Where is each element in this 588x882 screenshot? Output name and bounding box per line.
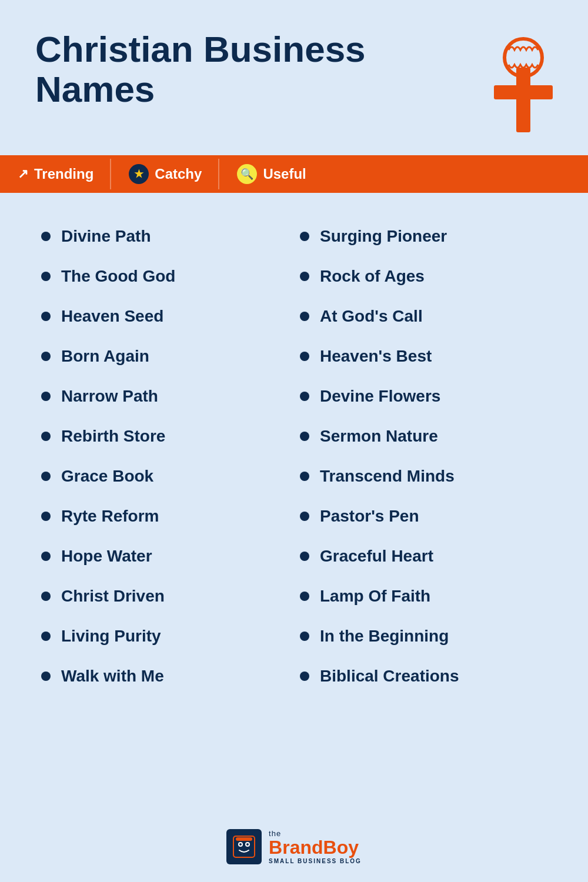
right-column: Surging Pioneer Rock of Ages At God's Ca…: [294, 216, 553, 696]
bullet-icon: [300, 272, 309, 281]
brand-sub-label: SMALL BUSINESS BLOG: [269, 858, 362, 864]
name-text: Graceful Heart: [320, 547, 433, 566]
name-text: Biblical Creations: [320, 667, 459, 686]
list-item: Born Again: [35, 336, 294, 376]
list-item: Devine Flowers: [294, 376, 553, 416]
list-item: Hope Water: [35, 536, 294, 576]
bullet-icon: [300, 632, 309, 641]
trending-icon: ↗: [18, 166, 28, 182]
name-text: Narrow Path: [61, 387, 158, 406]
name-text: Lamp Of Faith: [320, 587, 430, 606]
bullet-icon: [41, 671, 51, 681]
list-item: Grace Book: [35, 456, 294, 496]
svg-point-6: [239, 843, 242, 846]
name-text: Grace Book: [61, 467, 153, 486]
tag-trending[interactable]: ↗ Trending: [0, 155, 111, 193]
name-text: Ryte Reform: [61, 507, 159, 526]
brand-mascot-icon: [226, 829, 262, 864]
name-text: At God's Call: [320, 307, 423, 326]
name-text: Walk with Me: [61, 667, 164, 686]
brand-text: the BrandBoy SMALL BUSINESS BLOG: [269, 829, 362, 864]
tag-catchy-label: Catchy: [155, 166, 202, 182]
names-grid: Divine Path The Good God Heaven Seed Bor…: [35, 216, 553, 696]
list-item: Narrow Path: [35, 376, 294, 416]
bullet-icon: [300, 472, 309, 481]
name-text: Pastor's Pen: [320, 507, 419, 526]
name-text: Divine Path: [61, 227, 151, 246]
star-icon: ★: [129, 164, 149, 184]
svg-point-7: [246, 843, 249, 846]
list-item: Pastor's Pen: [294, 496, 553, 536]
bullet-icon: [300, 432, 309, 441]
name-text: Christ Driven: [61, 587, 165, 606]
bullet-icon: [300, 552, 309, 561]
list-item: Graceful Heart: [294, 536, 553, 576]
brand-name-label: BrandBoy: [269, 838, 362, 857]
bullet-icon: [41, 272, 51, 281]
list-item: Rock of Ages: [294, 256, 553, 296]
name-text: In the Beginning: [320, 627, 449, 646]
svg-rect-2: [494, 85, 553, 99]
name-text: Living Purity: [61, 627, 161, 646]
list-item: Living Purity: [35, 616, 294, 656]
bullet-icon: [300, 352, 309, 361]
list-item: Heaven's Best: [294, 336, 553, 376]
name-text: Sermon Nature: [320, 427, 438, 446]
cross-icon: [476, 35, 553, 138]
brand-logo: the BrandBoy SMALL BUSINESS BLOG: [226, 829, 362, 864]
name-text: Born Again: [61, 347, 149, 366]
bullet-icon: [41, 472, 51, 481]
bullet-icon: [41, 432, 51, 441]
bullet-icon: [41, 632, 51, 641]
list-item: The Good God: [35, 256, 294, 296]
name-text: Hope Water: [61, 547, 152, 566]
footer: the BrandBoy SMALL BUSINESS BLOG: [0, 817, 588, 882]
name-text: Rock of Ages: [320, 267, 425, 286]
bullet-icon: [41, 352, 51, 361]
bullet-icon: [300, 512, 309, 521]
tag-trending-label: Trending: [34, 166, 93, 182]
svg-rect-8: [236, 837, 252, 841]
list-item: Transcend Minds: [294, 456, 553, 496]
name-text: Devine Flowers: [320, 387, 440, 406]
list-item: Ryte Reform: [35, 496, 294, 536]
bullet-icon: [41, 512, 51, 521]
bullet-icon: [41, 392, 51, 401]
bullet-icon: [300, 671, 309, 681]
bullet-icon: [300, 392, 309, 401]
name-text: The Good God: [61, 267, 175, 286]
list-item: Christ Driven: [35, 576, 294, 616]
tags-bar: ↗ Trending ★ Catchy 🔍 Useful: [0, 155, 588, 193]
name-text: Transcend Minds: [320, 467, 455, 486]
list-item: Biblical Creations: [294, 656, 553, 696]
left-column: Divine Path The Good God Heaven Seed Bor…: [35, 216, 294, 696]
list-item: At God's Call: [294, 296, 553, 336]
svg-rect-1: [516, 68, 530, 132]
list-item: Walk with Me: [35, 656, 294, 696]
bullet-icon: [41, 592, 51, 601]
content: Divine Path The Good God Heaven Seed Bor…: [0, 193, 588, 817]
name-text: Surging Pioneer: [320, 227, 447, 246]
name-text: Heaven's Best: [320, 347, 432, 366]
list-item: Rebirth Store: [35, 416, 294, 456]
list-item: Surging Pioneer: [294, 216, 553, 256]
list-item: In the Beginning: [294, 616, 553, 656]
bullet-icon: [41, 232, 51, 241]
bullet-icon: [300, 312, 309, 321]
bullet-icon: [41, 312, 51, 321]
search-icon: 🔍: [237, 164, 257, 184]
name-text: Rebirth Store: [61, 427, 165, 446]
bullet-icon: [41, 552, 51, 561]
list-item: Sermon Nature: [294, 416, 553, 456]
list-item: Lamp Of Faith: [294, 576, 553, 616]
bullet-icon: [300, 592, 309, 601]
tag-useful[interactable]: 🔍 Useful: [219, 155, 323, 193]
bullet-icon: [300, 232, 309, 241]
list-item: Heaven Seed: [35, 296, 294, 336]
name-text: Heaven Seed: [61, 307, 163, 326]
header: Christian Business Names: [0, 0, 588, 155]
tag-useful-label: Useful: [263, 166, 306, 182]
page-title: Christian Business Names: [35, 29, 376, 109]
list-item: Divine Path: [35, 216, 294, 256]
tag-catchy[interactable]: ★ Catchy: [111, 155, 219, 193]
